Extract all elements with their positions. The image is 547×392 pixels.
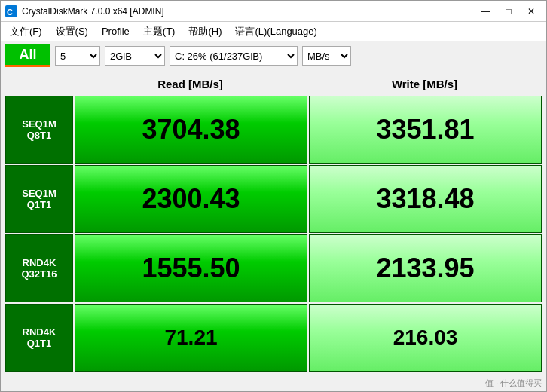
status-bar: 值 · 什么值得买	[1, 375, 546, 391]
read-value-seq1m-q8t1: 3704.38	[142, 114, 240, 145]
table-row: SEQ1M Q1T1 2300.43 3318.48	[5, 165, 542, 233]
runs-select[interactable]: 5 1 3 10	[55, 46, 100, 66]
menu-item-language[interactable]: 语言(L)(Language)	[229, 23, 322, 40]
menu-item-theme[interactable]: 主题(T)	[137, 23, 182, 40]
main-content: Read [MB/s] Write [MB/s] SEQ1M Q8T1 3704…	[1, 70, 546, 375]
row-label-seq1m-q8t1: SEQ1M Q8T1	[5, 96, 73, 164]
row-read-seq1m-q8t1: 3704.38	[75, 96, 307, 164]
close-button[interactable]: ✕	[521, 4, 542, 19]
row-label-rnd4k-q1t1: RND4K Q1T1	[5, 304, 73, 372]
write-value-seq1m-q1t1: 3318.48	[376, 183, 474, 215]
table-row: RND4K Q1T1 71.21 216.03	[5, 304, 542, 372]
row-label-line1: RND4K	[23, 326, 57, 338]
write-value-seq1m-q8t1: 3351.81	[376, 114, 474, 145]
watermark: 值 · 什么值得买	[485, 378, 542, 389]
row-label-seq1m-q1t1: SEQ1M Q1T1	[5, 165, 73, 233]
row-read-rnd4k-q1t1: 71.21	[75, 304, 307, 372]
main-window: C CrystalDiskMark 7.0.0 x64 [ADMIN] — □ …	[0, 0, 547, 392]
drive-select[interactable]: C: 26% (61/237GiB)	[170, 46, 298, 66]
window-title: CrystalDiskMark 7.0.0 x64 [ADMIN]	[22, 6, 164, 17]
table-row: SEQ1M Q8T1 3704.38 3351.81	[5, 96, 542, 164]
read-value-rnd4k-q32t16: 1555.50	[142, 253, 240, 284]
header-read: Read [MB/s]	[73, 73, 307, 94]
unit-select[interactable]: MB/s GB/s IOPS μs	[302, 46, 351, 66]
minimize-button[interactable]: —	[475, 4, 497, 19]
row-label-line2: Q32T16	[22, 268, 57, 280]
read-value-seq1m-q1t1: 2300.43	[142, 183, 240, 215]
header-label-col	[5, 73, 73, 94]
row-label-line2: Q8T1	[22, 130, 57, 141]
write-value-rnd4k-q32t16: 2133.95	[376, 253, 474, 284]
menu-item-profile[interactable]: Profile	[96, 24, 136, 38]
header-row: Read [MB/s] Write [MB/s]	[5, 73, 542, 94]
menu-bar: 文件(F) 设置(S) Profile 主题(T) 帮助(H) 语言(L)(La…	[1, 22, 546, 41]
size-select[interactable]: 2GiB 1GiB 4GiB 8GiB	[105, 46, 165, 66]
svg-text:C: C	[7, 8, 13, 17]
row-read-seq1m-q1t1: 2300.43	[75, 165, 307, 233]
read-value-rnd4k-q1t1: 71.21	[164, 326, 217, 350]
menu-item-help[interactable]: 帮助(H)	[182, 23, 228, 40]
row-label-line1: RND4K	[22, 257, 57, 268]
row-write-seq1m-q1t1: 3318.48	[309, 165, 542, 233]
title-bar-left: C CrystalDiskMark 7.0.0 x64 [ADMIN]	[5, 5, 164, 17]
title-controls: — □ ✕	[475, 4, 542, 19]
row-write-rnd4k-q32t16: 2133.95	[309, 234, 542, 302]
write-value-rnd4k-q1t1: 216.03	[393, 326, 458, 350]
row-write-rnd4k-q1t1: 216.03	[309, 304, 542, 372]
row-read-rnd4k-q32t16: 1555.50	[75, 234, 307, 302]
row-label-line1: SEQ1M	[22, 118, 57, 130]
header-write: Write [MB/s]	[307, 73, 542, 94]
app-icon: C	[5, 5, 17, 17]
menu-item-settings[interactable]: 设置(S)	[50, 23, 94, 40]
row-write-seq1m-q8t1: 3351.81	[309, 96, 542, 164]
row-label-rnd4k-q32t16: RND4K Q32T16	[5, 234, 73, 302]
menu-item-file[interactable]: 文件(F)	[4, 23, 48, 40]
all-button[interactable]: All	[5, 44, 50, 67]
toolbar: All 5 1 3 10 2GiB 1GiB 4GiB 8GiB C: 26% …	[1, 41, 546, 70]
maximize-button[interactable]: □	[498, 4, 519, 19]
title-bar: C CrystalDiskMark 7.0.0 x64 [ADMIN] — □ …	[1, 1, 546, 22]
row-label-line1: SEQ1M	[22, 188, 57, 199]
row-label-line2: Q1T1	[23, 338, 57, 349]
table-row: RND4K Q32T16 1555.50 2133.95	[5, 234, 542, 302]
row-label-line2: Q1T1	[22, 199, 57, 210]
